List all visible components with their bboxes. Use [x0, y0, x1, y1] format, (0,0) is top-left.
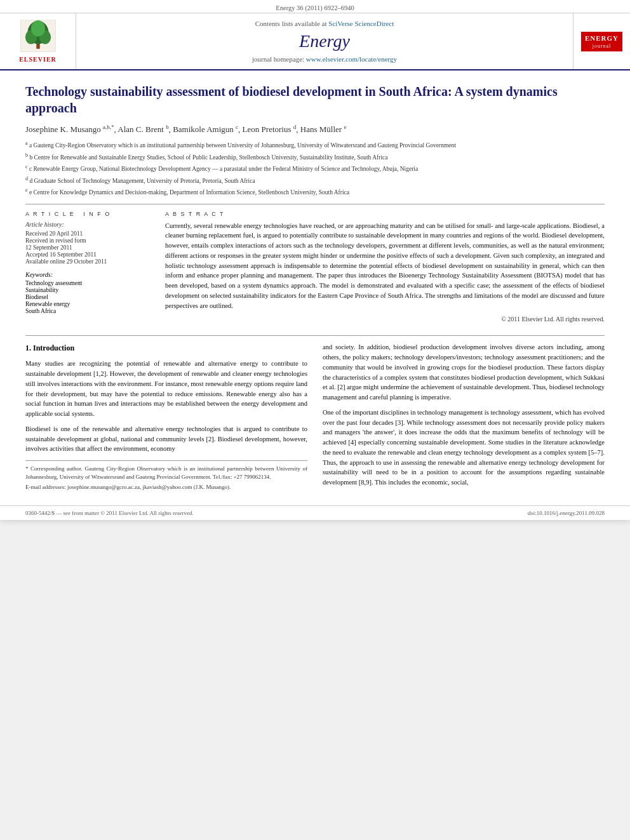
- body-para-4: One of the important disciplines in tech…: [323, 408, 605, 488]
- affiliations: a a Gauteng City-Region Observatory whic…: [25, 140, 605, 197]
- kw-5: South Africa: [25, 308, 152, 314]
- body-para-3: and society. In addition, biodiesel prod…: [323, 342, 605, 403]
- journal-header-center: Contents lists available at SciVerse Sci…: [76, 13, 573, 69]
- kw-1: Technology assessment: [25, 280, 152, 286]
- issn-line: 0360-5442/$ — see front matter © 2011 El…: [25, 510, 194, 516]
- journal-header: ELSEVIER Contents lists available at Sci…: [0, 13, 630, 70]
- history-heading: Article history:: [25, 221, 152, 228]
- energy-logo-area: ENERGY journal: [573, 13, 630, 69]
- affil-e: e e Centre for Knowledge Dynamics and De…: [25, 187, 605, 197]
- article-title: Technology sustainability assessment of …: [25, 83, 605, 116]
- journal-title: Energy: [299, 31, 350, 51]
- authors: Josephine K. Musango a,b,*, Alan C. Bren…: [25, 124, 605, 135]
- body-para-2: Biodiesel is one of the renewable and al…: [25, 424, 307, 454]
- elsevier-logo-area: ELSEVIER: [0, 13, 76, 69]
- journal-homepage: journal homepage: www.elsevier.com/locat…: [252, 55, 397, 63]
- elsevier-label: ELSEVIER: [19, 56, 57, 63]
- footnotes: * Corresponding author. Gauteng City-Reg…: [25, 460, 307, 491]
- info-abstract-cols: A R T I C L E I N F O Article history: R…: [25, 211, 605, 323]
- revised-date: 12 September 2011: [25, 244, 152, 251]
- doi-line: doi:10.1016/j.energy.2011.09.028: [528, 510, 605, 516]
- homepage-link[interactable]: www.elsevier.com/locate/energy: [306, 55, 397, 63]
- kw-3: Biodiesel: [25, 294, 152, 300]
- revised-label: Received in revised form: [25, 237, 152, 244]
- sciverse-text: Contents lists available at: [255, 20, 327, 27]
- keywords-label: Keywords:: [25, 271, 152, 278]
- article-info-col: A R T I C L E I N F O Article history: R…: [25, 211, 152, 323]
- kw-2: Sustainability: [25, 287, 152, 293]
- article-history: Article history: Received 20 April 2011 …: [25, 221, 152, 265]
- body-col-left: 1. Introduction Many studies are recogni…: [25, 342, 307, 493]
- journal-top-bar: Energy 36 (2011) 6922–6940: [0, 0, 630, 13]
- svg-point-5: [31, 20, 45, 37]
- affil-c: c c Renewable Energy Group, National Bio…: [25, 163, 605, 173]
- body-para-1: Many studies are recognizing the potenti…: [25, 359, 307, 419]
- energy-logo: ENERGY journal: [581, 32, 622, 51]
- abstract-col: A B S T R A C T Currently, several renew…: [165, 211, 605, 323]
- bottom-bar: 0360-5442/$ — see front matter © 2011 El…: [0, 505, 630, 520]
- affil-d: d d Graduate School of Technology Manage…: [25, 175, 605, 185]
- received-line: Received 20 April 2011: [25, 230, 152, 237]
- affil-b: b b Centre for Renewable and Sustainable…: [25, 152, 605, 162]
- copyright-line: © 2011 Elsevier Ltd. All rights reserved…: [165, 316, 605, 323]
- elsevier-logo: ELSEVIER: [19, 20, 57, 63]
- body-two-col: 1. Introduction Many studies are recogni…: [25, 342, 605, 493]
- journal-ref: Energy 36 (2011) 6922–6940: [276, 4, 354, 11]
- affil-a: a a Gauteng City-Region Observatory whic…: [25, 140, 605, 150]
- intro-heading: 1. Introduction: [25, 342, 307, 354]
- article-content: Technology sustainability assessment of …: [0, 70, 630, 335]
- divider-top: [25, 204, 605, 204]
- page: Energy 36 (2011) 6922–6940 ELSEVIER: [0, 0, 630, 520]
- elsevier-tree-icon: [19, 20, 57, 55]
- abstract-text: Currently, several renewable energy tech…: [165, 221, 605, 311]
- sciverse-link[interactable]: SciVerse ScienceDirect: [328, 20, 394, 27]
- footnote-1: * Corresponding author. Gauteng City-Reg…: [25, 465, 307, 481]
- keywords-section: Keywords: Technology assessment Sustaina…: [25, 271, 152, 314]
- kw-4: Renewable energy: [25, 301, 152, 307]
- accepted-line: Accepted 16 September 2011: [25, 251, 152, 258]
- footnote-2: E-mail addresses: josephine.musango@gcro…: [25, 483, 307, 491]
- article-info-label: A R T I C L E I N F O: [25, 211, 152, 217]
- body-content: 1. Introduction Many studies are recogni…: [0, 336, 630, 505]
- available-line: Available online 29 October 2011: [25, 258, 152, 265]
- sciverse-line: Contents lists available at SciVerse Sci…: [255, 20, 394, 27]
- body-col-right: and society. In addition, biodiesel prod…: [323, 342, 605, 493]
- abstract-label: A B S T R A C T: [165, 211, 605, 217]
